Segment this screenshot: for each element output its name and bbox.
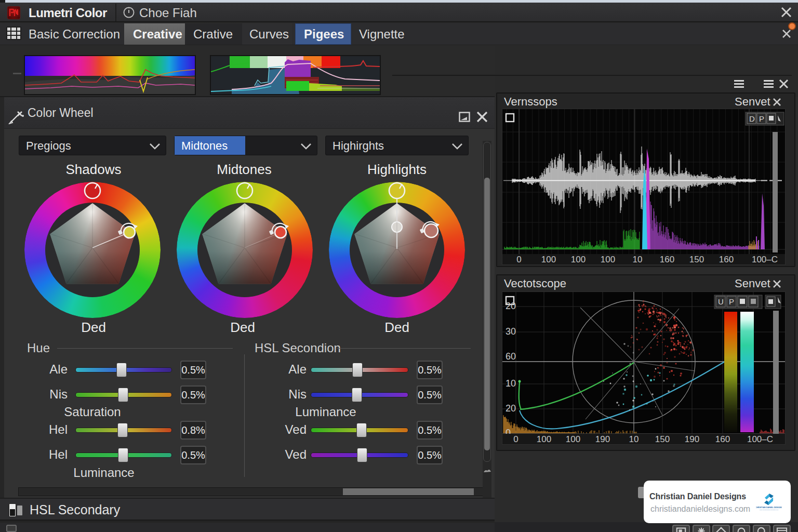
svg-text:160: 160 — [719, 255, 734, 264]
svg-text:10: 10 — [633, 255, 643, 264]
svg-text:160: 160 — [715, 434, 730, 444]
svg-text:10: 10 — [629, 434, 639, 444]
svg-text:150: 150 — [689, 255, 704, 264]
svg-text:www.christiandanieldesigns.com: www.christiandanieldesigns.com — [760, 509, 778, 511]
svg-text:100–C: 100–C — [752, 255, 778, 264]
svg-text:0: 0 — [513, 434, 518, 444]
svg-text:100–C: 100–C — [747, 434, 773, 444]
svg-text:100: 100 — [571, 255, 586, 264]
svg-text:U: U — [718, 297, 724, 306]
svg-text:0: 0 — [516, 255, 521, 264]
svg-text:150: 150 — [655, 434, 670, 444]
svg-text:100: 100 — [541, 255, 556, 264]
svg-text:20: 20 — [506, 403, 516, 414]
svg-text:30: 30 — [506, 326, 516, 337]
svg-text:190: 190 — [595, 434, 610, 444]
svg-text:160: 160 — [660, 255, 674, 264]
svg-text:P: P — [759, 114, 764, 123]
svg-text:60: 60 — [506, 351, 516, 362]
svg-text:P: P — [729, 297, 734, 306]
svg-text:CHRISTIAN DANIEL DESIGNS: CHRISTIAN DANIEL DESIGNS — [756, 507, 782, 509]
svg-text:190: 190 — [685, 434, 699, 444]
svg-text:100: 100 — [537, 434, 551, 444]
svg-text:100: 100 — [601, 255, 615, 264]
svg-text:D: D — [749, 114, 755, 123]
svg-text:20: 20 — [506, 301, 516, 311]
svg-text:10: 10 — [506, 378, 516, 389]
svg-text:100: 100 — [566, 434, 580, 444]
